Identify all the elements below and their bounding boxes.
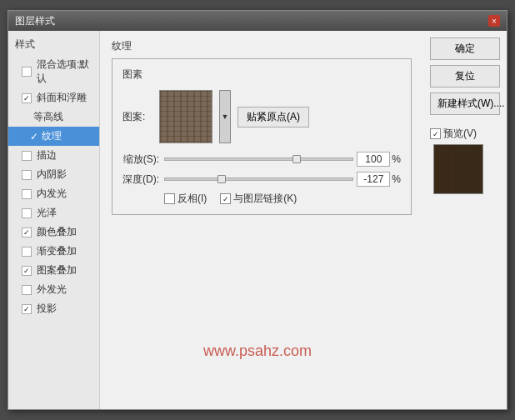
sidebar-item-color-overlay[interactable]: ✓ 颜色叠加 xyxy=(8,222,99,242)
checkbox-inner-glow[interactable] xyxy=(22,189,32,199)
checkbox-satin[interactable] xyxy=(22,208,32,218)
checkbox-color-overlay[interactable]: ✓ xyxy=(22,228,32,238)
sidebar-label-outer-glow: 外发光 xyxy=(37,282,67,297)
scale-value[interactable]: 100 xyxy=(357,152,390,167)
title-bar: 图层样式 × xyxy=(8,11,507,31)
sidebar-label-drop-shadow: 投影 xyxy=(37,302,57,316)
checkbox-texture[interactable]: ✓ xyxy=(30,131,38,142)
sidebar-label-texture: 纹理 xyxy=(42,129,62,143)
invert-checkbox[interactable] xyxy=(164,193,175,204)
sidebar-label-pattern-overlay: 图案叠加 xyxy=(37,263,77,278)
options-row: 反相(I) ✓ 与图层链接(K) xyxy=(122,192,401,206)
sidebar-item-inner-shadow[interactable]: 内阴影 xyxy=(8,165,99,184)
checkbox-gradient-overlay[interactable] xyxy=(22,247,32,257)
main-content: 纹理 图素 图案: ▼ 贴紧原点(A) 缩放(S): xyxy=(100,31,423,409)
link-option[interactable]: ✓ 与图层链接(K) xyxy=(220,192,297,206)
ok-button[interactable]: 确定 xyxy=(430,38,500,60)
checkbox-outer-glow[interactable] xyxy=(22,285,32,295)
scale-unit: % xyxy=(392,153,401,165)
depth-label: 深度(D): xyxy=(122,172,164,187)
sidebar-item-stroke[interactable]: 描边 xyxy=(8,146,99,165)
depth-slider[interactable] xyxy=(164,172,353,186)
sub-section-title: 图素 xyxy=(122,68,401,82)
sidebar-item-outer-glow[interactable]: 外发光 xyxy=(8,280,99,299)
sidebar-item-blending[interactable]: 混合选项:默认 xyxy=(8,55,99,88)
checkbox-inner-shadow[interactable] xyxy=(22,170,32,180)
preview-check-row: ✓ 预览(V) xyxy=(430,127,477,141)
texture-panel: 图素 图案: ▼ 贴紧原点(A) 缩放(S): xyxy=(112,58,412,215)
pattern-label: 图案: xyxy=(122,110,152,124)
checkbox-blending[interactable] xyxy=(22,67,32,77)
depth-track xyxy=(164,178,353,181)
depth-thumb[interactable] xyxy=(218,175,226,183)
invert-label: 反相(I) xyxy=(178,192,207,206)
sidebar-item-texture[interactable]: ✓ 纹理 xyxy=(8,127,99,146)
invert-option[interactable]: 反相(I) xyxy=(164,192,207,206)
sidebar-item-bevel[interactable]: ✓ 斜面和浮雕 xyxy=(8,88,99,108)
sidebar-item-pattern-overlay[interactable]: ✓ 图案叠加 xyxy=(8,261,99,280)
sidebar-item-contour[interactable]: 等高线 xyxy=(8,108,99,127)
preview-label: 预览(V) xyxy=(443,127,477,141)
dialog-title: 图层样式 xyxy=(15,14,55,28)
checkbox-drop-shadow[interactable]: ✓ xyxy=(22,304,32,314)
preview-thumbnail xyxy=(433,144,483,194)
pattern-row: 图案: ▼ 贴紧原点(A) xyxy=(122,90,401,143)
sidebar-item-gradient-overlay[interactable]: 渐变叠加 xyxy=(8,242,99,261)
sidebar-label-blending: 混合选项:默认 xyxy=(37,58,92,86)
section-title: 纹理 xyxy=(112,39,412,53)
sidebar-label-color-overlay: 颜色叠加 xyxy=(37,225,77,239)
checkbox-pattern-overlay[interactable]: ✓ xyxy=(22,266,32,276)
preview-section: ✓ 预览(V) xyxy=(430,127,500,194)
depth-value[interactable]: -127 xyxy=(357,172,390,187)
right-panel: 确定 复位 新建样式(W).... ✓ 预览(V) xyxy=(423,31,507,409)
link-label: 与图层链接(K) xyxy=(233,192,297,206)
pattern-preview xyxy=(159,90,212,143)
sidebar-label-bevel: 斜面和浮雕 xyxy=(37,91,87,105)
sidebar-label-inner-glow: 内发光 xyxy=(37,187,67,201)
close-button[interactable]: × xyxy=(488,15,500,27)
scale-label: 缩放(S): xyxy=(122,152,164,167)
sidebar-item-inner-glow[interactable]: 内发光 xyxy=(8,184,99,203)
sidebar: 样式 混合选项:默认 ✓ 斜面和浮雕 等高线 ✓ xyxy=(8,31,100,409)
sidebar-item-drop-shadow[interactable]: ✓ 投影 xyxy=(8,299,99,318)
snap-to-origin-button[interactable]: 贴紧原点(A) xyxy=(238,107,309,128)
layer-style-dialog: 图层样式 × 样式 混合选项:默认 ✓ 斜面和浮雕 xyxy=(8,10,508,410)
sidebar-label-stroke: 描边 xyxy=(37,148,57,162)
checkbox-bevel[interactable]: ✓ xyxy=(22,93,32,103)
sidebar-item-satin[interactable]: 光泽 xyxy=(8,203,99,222)
depth-row: 深度(D): -127 % xyxy=(122,172,401,187)
checkbox-stroke[interactable] xyxy=(22,151,32,161)
link-checkbox[interactable]: ✓ xyxy=(220,193,231,204)
scale-track xyxy=(164,158,353,161)
sidebar-header: 样式 xyxy=(8,34,99,55)
scale-thumb[interactable] xyxy=(292,155,301,163)
scale-slider[interactable] xyxy=(164,152,353,166)
scale-row: 缩放(S): 100 % xyxy=(122,152,401,167)
sidebar-label-inner-shadow: 内阴影 xyxy=(37,168,67,182)
new-style-button[interactable]: 新建样式(W).... xyxy=(430,92,500,115)
sidebar-label-satin: 光泽 xyxy=(37,206,57,220)
sidebar-label-gradient-overlay: 渐变叠加 xyxy=(37,244,77,258)
depth-unit: % xyxy=(392,173,401,185)
dialog-body: 样式 混合选项:默认 ✓ 斜面和浮雕 等高线 ✓ xyxy=(8,31,507,409)
reset-button[interactable]: 复位 xyxy=(430,65,500,88)
preview-checkbox[interactable]: ✓ xyxy=(430,128,441,139)
pattern-dropdown[interactable]: ▼ xyxy=(219,90,231,143)
sidebar-label-contour: 等高线 xyxy=(33,110,63,124)
